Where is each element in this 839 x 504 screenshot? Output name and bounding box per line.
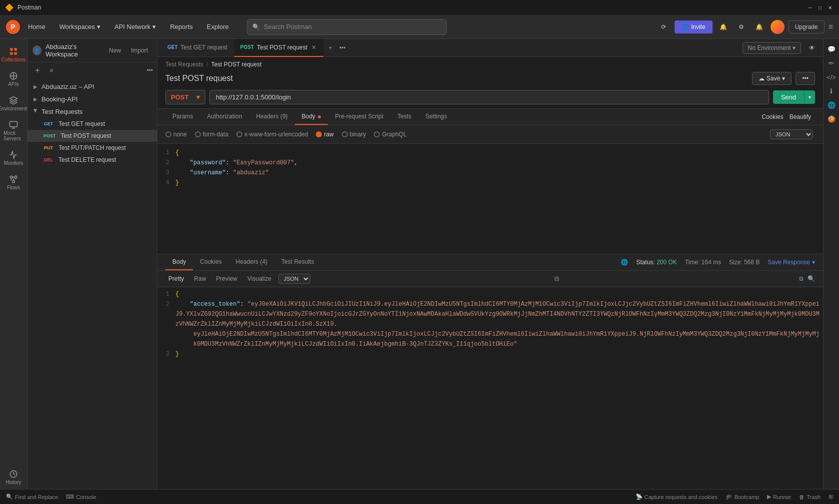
- history-label: History: [5, 480, 21, 485]
- cookies-link[interactable]: Cookies: [762, 113, 783, 120]
- resp-format-raw[interactable]: Raw: [191, 274, 209, 283]
- maximize-button[interactable]: □: [816, 3, 824, 11]
- body-type-raw[interactable]: raw: [316, 131, 333, 138]
- tab-get[interactable]: GET Test GET request: [161, 39, 233, 57]
- right-cookie-icon[interactable]: 🍪: [826, 113, 838, 125]
- console-item[interactable]: ⌨ Console: [66, 494, 96, 500]
- tab-authorization[interactable]: Authorization: [200, 109, 249, 125]
- request-item-post[interactable]: POST Test POST request: [27, 130, 157, 142]
- beautify-link[interactable]: Beautify: [790, 113, 811, 120]
- collection-item-2[interactable]: ▶ Test Requests: [27, 105, 157, 118]
- upgrade-button[interactable]: Upgrade: [789, 20, 825, 33]
- trash-item[interactable]: 🗑 Trash: [799, 494, 821, 500]
- runner-item[interactable]: ▶ Runner: [767, 494, 791, 500]
- search-icon[interactable]: 🔍: [808, 275, 815, 282]
- body-type-urlencoded[interactable]: x-www-form-urlencoded: [236, 131, 308, 138]
- sort-icon[interactable]: ≡: [45, 64, 57, 76]
- environment-selector[interactable]: No Environment ▾: [743, 42, 801, 54]
- resp-format-select[interactable]: JSON: [278, 274, 310, 284]
- tab-settings[interactable]: Settings: [418, 109, 454, 125]
- more-options-icon[interactable]: •••: [146, 67, 153, 74]
- tab-tests[interactable]: Tests: [390, 109, 418, 125]
- resp-format-pretty[interactable]: Pretty: [165, 274, 187, 283]
- sidebar-item-environments[interactable]: Environments: [1, 92, 25, 115]
- nav-reports[interactable]: Reports: [164, 20, 199, 33]
- env-settings-icon[interactable]: 👁: [805, 41, 819, 55]
- new-tab-button[interactable]: +: [324, 42, 336, 54]
- right-comments-icon[interactable]: 💬: [826, 43, 838, 55]
- resp-format-visualize[interactable]: Visualize: [244, 274, 274, 283]
- resp-code-line-1: 1 {: [157, 289, 823, 299]
- sidebar-item-monitors[interactable]: Monitors: [1, 146, 25, 170]
- body-type-form-data[interactable]: form-data: [195, 131, 228, 138]
- nav-api-network[interactable]: API Network ▾: [108, 20, 162, 33]
- search-bar[interactable]: 🔍 Search Postman: [247, 19, 447, 35]
- body-type-none[interactable]: none: [165, 131, 187, 138]
- collection-item-0[interactable]: ▶ Abduaziz.uz – API: [27, 80, 157, 93]
- nav-explore[interactable]: Explore: [201, 20, 235, 33]
- save-response-button[interactable]: Save Response ▾: [768, 259, 815, 266]
- save-button[interactable]: ☁ Cookies Save ▾: [752, 72, 792, 85]
- sync-icon[interactable]: ⟳: [657, 20, 671, 34]
- sidebar-item-history[interactable]: History: [1, 466, 25, 489]
- bootcamp-icon: 🎓: [726, 494, 733, 500]
- request-body-editor[interactable]: 1 { 2 "password": "EasyPassword007", 3 "…: [157, 144, 823, 254]
- resp-tab-body[interactable]: Body: [165, 254, 193, 270]
- tab-close-icon[interactable]: ✕: [310, 44, 317, 51]
- resp-tab-headers[interactable]: Headers (4): [229, 254, 274, 270]
- settings-icon[interactable]: ⚙: [735, 20, 749, 34]
- resp-tab-test-results[interactable]: Test Results: [274, 254, 321, 270]
- find-replace-item[interactable]: 🔍 Find and Replace: [6, 494, 58, 500]
- filter-icon[interactable]: ⊟: [554, 275, 559, 282]
- right-edit-icon[interactable]: ✏: [826, 57, 838, 69]
- invite-button[interactable]: 👤 Invite: [675, 20, 713, 33]
- resp-tab-cookies[interactable]: Cookies: [193, 254, 228, 270]
- breadcrumb-parent[interactable]: Test Requests: [165, 61, 203, 68]
- copy-icon[interactable]: ⧉: [799, 275, 804, 282]
- url-input[interactable]: [209, 90, 769, 104]
- new-button[interactable]: New: [105, 45, 125, 56]
- tab-pre-request[interactable]: Pre-request Script: [328, 109, 390, 125]
- bootcamp-item[interactable]: 🎓 Bootcamp: [726, 494, 760, 500]
- request-item-get[interactable]: GET Test GET request: [27, 118, 157, 130]
- send-dropdown-button[interactable]: ▾: [804, 90, 815, 104]
- right-network-icon[interactable]: 🌐: [826, 99, 838, 111]
- tab-bar: GET Test GET request POST Test POST requ…: [157, 39, 823, 57]
- close-button[interactable]: ✕: [826, 3, 834, 11]
- layout-icon[interactable]: ⊞: [829, 494, 833, 500]
- collection-item-1[interactable]: ▶ Booking-API: [27, 93, 157, 105]
- add-collection-button[interactable]: +: [31, 64, 43, 76]
- import-button[interactable]: Import: [127, 45, 152, 56]
- nav-home[interactable]: Home: [22, 20, 51, 33]
- right-code-icon[interactable]: </>: [826, 71, 838, 83]
- nav-workspaces[interactable]: Workspaces ▾: [53, 20, 106, 33]
- tab-params[interactable]: Params: [165, 109, 200, 125]
- request-item-del[interactable]: DEL Test DELETE request: [27, 154, 157, 166]
- minimize-button[interactable]: ─: [806, 3, 814, 11]
- tab-headers[interactable]: Headers (9): [249, 109, 294, 125]
- sidebar-item-flows[interactable]: Flows: [1, 171, 25, 194]
- sidebar-item-apis[interactable]: APIs: [1, 67, 25, 91]
- sidebar-item-collections[interactable]: Collections: [1, 43, 25, 66]
- sidebar-item-mock-servers[interactable]: Mock Servers: [1, 116, 25, 145]
- method-selector[interactable]: POST ▾: [165, 90, 205, 104]
- notification-icon[interactable]: 🔔: [717, 20, 731, 34]
- body-type-binary[interactable]: binary: [342, 131, 366, 138]
- tab-post[interactable]: POST Test POST request ✕: [234, 39, 323, 57]
- more-actions-button[interactable]: •••: [796, 72, 815, 85]
- request-item-put[interactable]: PUT Test PUT/PATCH request: [27, 142, 157, 154]
- bell-icon[interactable]: 🔔: [753, 20, 767, 34]
- more-tabs-icon[interactable]: •••: [339, 44, 346, 51]
- resp-format-preview[interactable]: Preview: [213, 274, 240, 283]
- send-button[interactable]: Send: [773, 90, 804, 104]
- code-line-3: 3 "username": "abduaziz": [157, 168, 823, 178]
- svg-rect-2: [10, 52, 12, 55]
- url-bar: POST ▾ Send ▾: [165, 90, 815, 104]
- tab-body[interactable]: Body: [295, 109, 328, 125]
- right-info-icon[interactable]: ℹ: [826, 85, 838, 97]
- capture-item[interactable]: 📡 Capture requests and cookies: [636, 494, 718, 500]
- sidebar-toggle-icon[interactable]: ≡: [829, 22, 833, 31]
- avatar[interactable]: [771, 20, 785, 34]
- body-type-graphql[interactable]: GraphQL: [374, 131, 406, 138]
- format-select[interactable]: JSON Text JavaScript HTML XML: [770, 129, 813, 139]
